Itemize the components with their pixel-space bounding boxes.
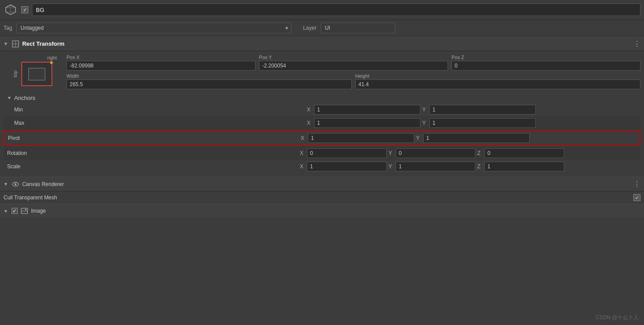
- cull-transparent-row: Cull Transparent Mesh: [0, 191, 644, 204]
- eye-icon: [12, 180, 20, 188]
- height-input[interactable]: [355, 79, 640, 89]
- anchor-top-label: top: [12, 71, 18, 77]
- tag-label: Tag: [4, 25, 12, 31]
- pos-z-input[interactable]: [452, 61, 640, 71]
- scale-y-axis-label: Y: [389, 163, 394, 170]
- max-y-axis-label: Y: [422, 120, 428, 126]
- rot-z-axis-label: Z: [477, 150, 483, 156]
- pivot-y-input[interactable]: [423, 133, 530, 143]
- anchors-min-y-input[interactable]: [429, 105, 536, 115]
- anchors-collapse-row[interactable]: ▼ Anchors: [4, 93, 640, 103]
- top-bar: [0, 0, 644, 20]
- pivot-x-axis-label: X: [301, 135, 306, 141]
- min-y-axis-label: Y: [422, 107, 428, 113]
- rect-transform-icon: [12, 40, 20, 48]
- object-name-input[interactable]: [32, 4, 640, 16]
- rotation-z-input[interactable]: [484, 148, 564, 158]
- image-arrow: ▼: [4, 209, 8, 214]
- anchor-right-label: right: [47, 55, 57, 60]
- anchors-max-row: Max X Y: [4, 116, 640, 130]
- canvas-renderer-header[interactable]: ▼ Canvas Renderer ⋮: [0, 177, 644, 191]
- scale-z-axis-label: Z: [477, 163, 483, 170]
- pos-x-label: Pos X: [67, 55, 255, 60]
- height-label: Height: [355, 73, 640, 79]
- pos-z-group: Pos Z: [452, 55, 640, 71]
- scale-row: Scale X Y Z: [4, 160, 640, 173]
- rotation-x-input[interactable]: [307, 148, 387, 158]
- rot-x-axis-label: X: [300, 150, 305, 156]
- svg-point-6: [25, 209, 26, 210]
- pos-y-group: Pos Y: [259, 55, 448, 71]
- pivot-xy: X Y: [301, 133, 636, 143]
- pos-y-input[interactable]: [259, 61, 448, 71]
- canvas-renderer-arrow: ▼: [4, 182, 8, 186]
- anchors-min-x-input[interactable]: [314, 105, 420, 115]
- image-enabled-checkbox[interactable]: [12, 208, 18, 214]
- scale-z-input[interactable]: [484, 162, 564, 171]
- rotation-label: Rotation: [7, 150, 300, 156]
- svg-point-4: [15, 183, 16, 185]
- pivot-y-axis-label: Y: [416, 135, 421, 141]
- layer-label: Layer: [303, 25, 316, 31]
- scale-label: Scale: [7, 163, 300, 170]
- cube-icon: [4, 3, 18, 17]
- rect-transform-options-icon[interactable]: ⋮: [633, 40, 640, 48]
- scale-x-axis-label: X: [300, 163, 305, 170]
- pos-section: Pos X Pos Y Pos Z Width Height: [67, 55, 640, 89]
- anchor-dot: [50, 61, 53, 64]
- object-enabled-checkbox[interactable]: [21, 6, 28, 13]
- image-title: Image: [31, 208, 46, 214]
- cull-label: Cull Transparent Mesh: [4, 194, 630, 201]
- anchors-max-y-input[interactable]: [429, 118, 536, 128]
- anchors-max-x-input[interactable]: [314, 118, 420, 128]
- width-label: Width: [67, 73, 352, 79]
- pos-x-group: Pos X: [67, 55, 255, 71]
- anchors-max-xy: X Y: [307, 118, 637, 128]
- scale-y-input[interactable]: [396, 162, 475, 171]
- scale-x-input[interactable]: [307, 162, 387, 171]
- rect-transform-collapse-arrow: ▼: [4, 41, 8, 46]
- rot-y-axis-label: Y: [389, 150, 394, 156]
- anchor-box[interactable]: [21, 62, 52, 86]
- rect-transform-header[interactable]: ▼ Rect Transform ⋮: [0, 36, 644, 51]
- tag-layer-row: Tag Untagged ▼ Layer: [0, 20, 644, 36]
- rotation-row: Rotation X Y Z: [4, 147, 640, 160]
- width-input[interactable]: [67, 79, 352, 89]
- min-x-axis-label: X: [307, 107, 312, 113]
- pivot-row: Pivot X Y: [4, 131, 640, 146]
- tag-select[interactable]: Untagged: [16, 23, 291, 33]
- anchors-arrow: ▼: [7, 95, 12, 100]
- cull-checkbox[interactable]: [633, 194, 640, 201]
- pivot-label: Pivot: [8, 135, 301, 141]
- max-x-axis-label: X: [307, 120, 312, 126]
- rt-top-row: right top Pos X Pos Y: [4, 55, 640, 89]
- rect-transform-title: Rect Transform: [22, 40, 64, 47]
- pivot-x-input[interactable]: [308, 133, 414, 143]
- scale-xyz: X Y Z: [300, 162, 637, 171]
- canvas-renderer-options-icon[interactable]: ⋮: [633, 180, 640, 188]
- anchors-min-row: Min X Y: [4, 103, 640, 116]
- height-group: Height: [355, 73, 640, 89]
- rect-transform-content: right top Pos X Pos Y: [0, 51, 644, 177]
- anchor-box-inner: [28, 68, 45, 80]
- tag-dropdown-wrapper: Untagged ▼: [16, 23, 291, 33]
- rotation-y-input[interactable]: [396, 148, 475, 158]
- anchors-min-label: Min: [14, 107, 307, 113]
- pos-z-label: Pos Z: [452, 55, 640, 60]
- layer-input[interactable]: [321, 23, 395, 33]
- width-group: Width: [67, 73, 352, 89]
- anchors-min-xy: X Y: [307, 105, 637, 115]
- image-section-header[interactable]: ▼ Image: [0, 204, 644, 218]
- anchors-max-label: Max: [14, 120, 307, 126]
- canvas-renderer-title: Canvas Renderer: [22, 181, 64, 187]
- anchors-label: Anchors: [14, 95, 35, 101]
- anchor-visual-area: right top: [4, 55, 61, 86]
- image-icon: [20, 207, 28, 215]
- pos-x-input[interactable]: [67, 61, 255, 71]
- watermark: CSDN @十么卜入: [595, 314, 639, 321]
- pos-y-label: Pos Y: [259, 55, 448, 60]
- rotation-xyz: X Y Z: [300, 148, 637, 158]
